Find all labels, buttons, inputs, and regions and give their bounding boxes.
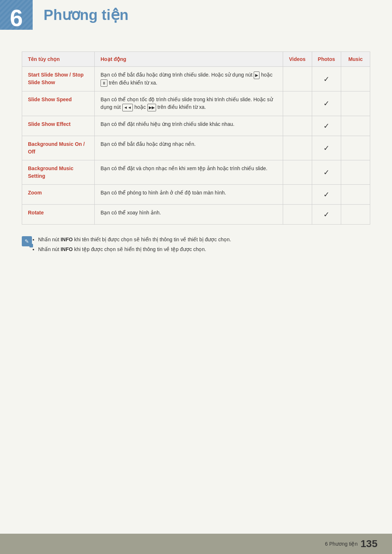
note-item: Nhấn nút INFO khi tên thiết bị được chọn… xyxy=(38,235,231,244)
row-music-cell xyxy=(341,160,370,184)
row-photos-cell: ✓ xyxy=(312,184,341,204)
row-photos-cell: ✓ xyxy=(312,204,341,224)
table-row: Background Music On / OffBạn có thể bắt … xyxy=(22,136,370,160)
play-icon: ▶ xyxy=(254,71,260,79)
row-videos-cell xyxy=(283,184,312,204)
row-photos-cell: ✓ xyxy=(312,136,341,160)
col-videos-header: Videos xyxy=(283,52,312,67)
row-action-cell: Bạn có thể đặt và chọn nhạc nền khi xem … xyxy=(95,160,283,184)
row-action-cell: Bạn có thể bắt đầu hoặc dừng nhạc nền. xyxy=(95,136,283,160)
row-name-cell: Background Music On / Off xyxy=(22,136,95,160)
row-photos-cell: ✓ xyxy=(312,91,341,116)
table-row: ZoomBạn có thể phóng to hình ảnh ở chế đ… xyxy=(22,184,370,204)
col-photos-header: Photos xyxy=(312,52,341,67)
col-name-header: Tên tùy chọn xyxy=(22,52,95,67)
row-music-cell xyxy=(341,91,370,116)
row-action-cell: Bạn có thể đặt nhiều hiệu ứng trình chiế… xyxy=(95,116,283,136)
page-footer: 6 Phương tiện 135 xyxy=(0,534,392,554)
table-header-row: Tên tùy chọn Hoạt động Videos Photos Mus… xyxy=(22,52,370,67)
fastforward-icon: ▶▶ xyxy=(147,104,156,111)
row-videos-cell xyxy=(283,91,312,116)
row-action-cell: Bạn có thể xoay hình ảnh. xyxy=(95,204,283,224)
row-photos-cell: ✓ xyxy=(312,116,341,136)
row-photos-cell: ✓ xyxy=(312,160,341,184)
table-row: Background Music SettingBạn có thể đặt v… xyxy=(22,160,370,184)
main-table: Tên tùy chọn Hoạt động Videos Photos Mus… xyxy=(22,52,370,225)
col-action-header: Hoạt động xyxy=(95,52,283,67)
row-music-cell xyxy=(341,184,370,204)
page-header: 6 Phương tiện xyxy=(0,0,392,30)
row-music-cell xyxy=(341,136,370,160)
check-icon: ✓ xyxy=(323,144,330,152)
row-videos-cell xyxy=(283,116,312,136)
footer-page: 135 xyxy=(360,538,377,550)
row-photos-cell: ✓ xyxy=(312,67,341,91)
row-videos-cell xyxy=(283,136,312,160)
row-music-cell xyxy=(341,204,370,224)
table-row: Slide Show EffectBạn có thể đặt nhiều hi… xyxy=(22,116,370,136)
row-videos-cell xyxy=(283,67,312,91)
col-music-header: Music xyxy=(341,52,370,67)
chapter-title: Phương tiện xyxy=(44,7,128,23)
row-action-cell: Bạn có thể bắt đầu hoặc dừng trình chiếu… xyxy=(95,67,283,91)
note-icon: ✎ xyxy=(22,236,32,246)
chapter-number-block: 6 xyxy=(0,0,33,30)
row-name-cell: Zoom xyxy=(22,184,95,204)
pencil-icon: ✎ xyxy=(25,238,29,244)
footer-label: 6 Phương tiện xyxy=(325,541,358,547)
check-icon: ✓ xyxy=(323,190,330,198)
row-name-cell: Background Music Setting xyxy=(22,160,95,184)
check-icon: ✓ xyxy=(323,75,330,83)
row-name-cell: Slide Show Speed xyxy=(22,91,95,116)
check-icon: ✓ xyxy=(323,122,330,130)
pause-icon: ⏸ xyxy=(101,79,107,87)
row-music-cell xyxy=(341,67,370,91)
row-music-cell xyxy=(341,116,370,136)
check-icon: ✓ xyxy=(323,99,330,107)
row-videos-cell xyxy=(283,160,312,184)
row-videos-cell xyxy=(283,204,312,224)
check-icon: ✓ xyxy=(323,210,330,218)
table-row: Start Slide Show / Stop Slide ShowBạn có… xyxy=(22,67,370,91)
row-action-cell: Bạn có thể phóng to hình ảnh ở chế độ to… xyxy=(95,184,283,204)
note-section: ✎ Nhấn nút INFO khi tên thiết bị được ch… xyxy=(22,235,370,256)
row-name-cell: Slide Show Effect xyxy=(22,116,95,136)
content-area: Tên tùy chọn Hoạt động Videos Photos Mus… xyxy=(0,44,392,277)
chapter-title-block: Phương tiện xyxy=(33,0,392,30)
check-icon: ✓ xyxy=(323,168,330,176)
row-action-cell: Bạn có thể chọn tốc độ trình chiếu slide… xyxy=(95,91,283,116)
note-list: Nhấn nút INFO khi tên thiết bị được chọn… xyxy=(36,235,231,256)
row-name-cell: Start Slide Show / Stop Slide Show xyxy=(22,67,95,91)
chapter-number: 6 xyxy=(10,4,23,30)
note-item: Nhấn nút INFO khi tệp được chọn sẽ hiển … xyxy=(38,245,231,254)
table-row: Slide Show SpeedBạn có thể chọn tốc độ t… xyxy=(22,91,370,116)
row-name-cell: Rotate xyxy=(22,204,95,224)
table-row: RotateBạn có thể xoay hình ảnh.✓ xyxy=(22,204,370,224)
rewind-icon: ◄◄ xyxy=(122,104,133,111)
